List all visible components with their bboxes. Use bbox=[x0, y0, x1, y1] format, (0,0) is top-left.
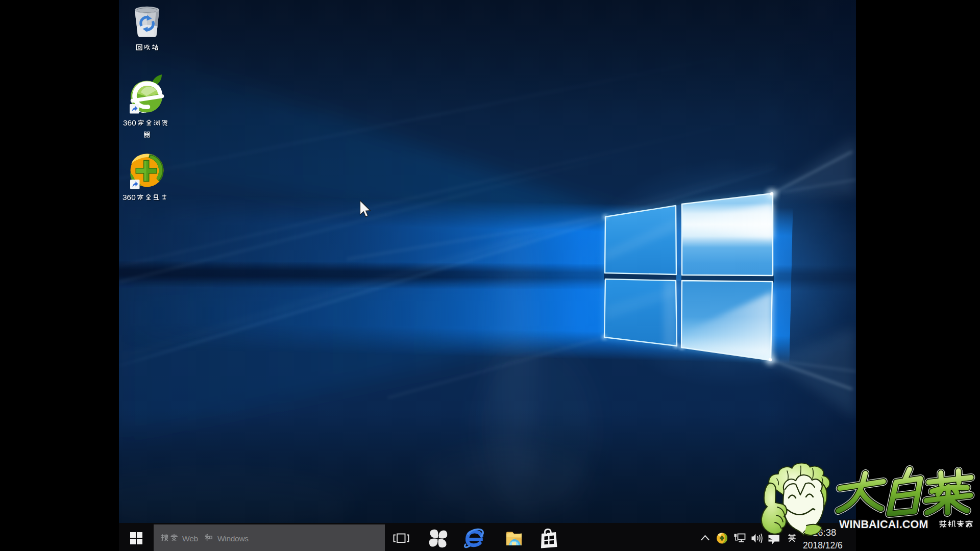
svg-text:WINBAICAI.COM: WINBAICAI.COM bbox=[839, 518, 928, 531]
svg-text:Windows: Windows bbox=[217, 534, 249, 543]
svg-text:360: 360 bbox=[123, 118, 136, 127]
svg-text:2018/12/6: 2018/12/6 bbox=[803, 540, 843, 550]
svg-text:Web: Web bbox=[182, 534, 198, 543]
svg-text:360: 360 bbox=[122, 193, 136, 202]
